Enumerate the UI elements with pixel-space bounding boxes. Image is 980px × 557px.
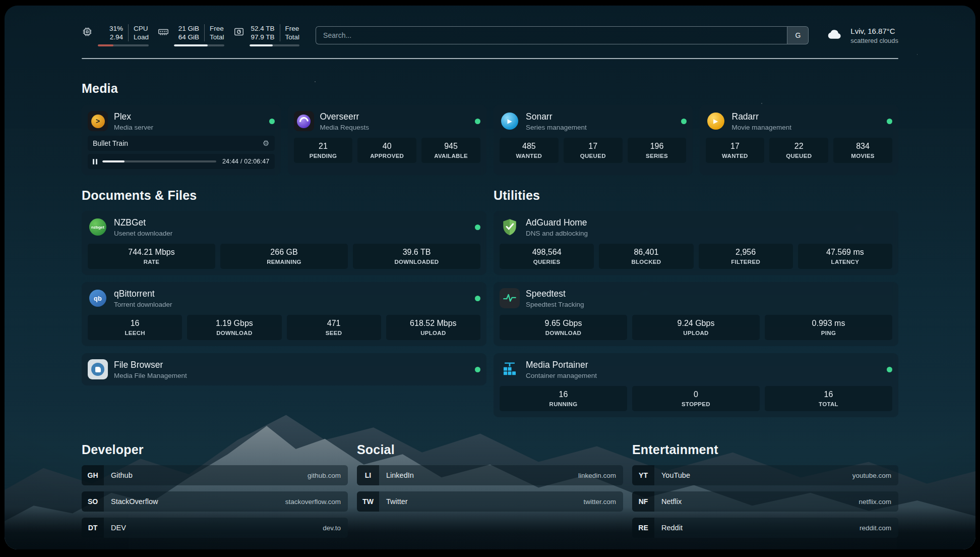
service-name: NZBGet [114, 217, 172, 228]
bookmark-dev[interactable]: DT DEV dev.to [82, 518, 348, 538]
service-card-filebrowser[interactable]: File Browser Media File Management [82, 353, 486, 385]
memory-usage-bar [174, 44, 224, 46]
stat-movies: 834 MOVIES [833, 138, 892, 163]
section-title-documents: Documents & Files [82, 188, 486, 203]
search-input[interactable] [316, 27, 787, 44]
service-card-radarr[interactable]: ▶ Radarr Movie management 17 WANTED [700, 105, 899, 175]
plex-icon: > [88, 111, 108, 131]
disk-free-value: 52.4 TB [251, 24, 275, 33]
disk-icon [233, 26, 244, 39]
stat-filtered: 2,956 FILTERED [699, 244, 793, 269]
service-name: Radarr [732, 112, 792, 122]
now-playing-title: Bullet Train [93, 139, 128, 147]
bookmark-twitter[interactable]: TW Twitter twitter.com [357, 491, 623, 512]
weather-condition: scattered clouds [850, 37, 898, 44]
cpu-usage-bar [98, 44, 149, 46]
bookmark-name: StackOverflow [104, 491, 158, 512]
stat-rate: 744.21 Mbps RATE [88, 244, 215, 269]
system-stats: 31% 2.94 CPU Load [82, 24, 299, 46]
sonarr-icon: ▶ [500, 111, 520, 131]
github-icon: GH [82, 465, 104, 485]
service-card-nzbget[interactable]: nzbget NZBGet Usenet downloader 744.21 M… [82, 211, 486, 275]
stat-download: 9.65 Gbps DOWNLOAD [500, 315, 627, 340]
service-subtitle: Media server [114, 124, 153, 131]
bookmark-url: dev.to [323, 518, 348, 538]
bookmark-url: stackoverflow.com [285, 491, 348, 512]
bookmark-stackoverflow[interactable]: SO StackOverflow stackoverflow.com [82, 491, 348, 512]
dashboard-window: 31% 2.94 CPU Load [5, 6, 975, 549]
stat-series: 196 SERIES [628, 138, 687, 163]
bookmark-url: twitter.com [583, 491, 623, 512]
stat-leech: 16 LEECH [88, 315, 182, 340]
bookmark-linkedin[interactable]: LI LinkedIn linkedin.com [357, 465, 623, 485]
stat-ping: 0.993 ms PING [765, 315, 892, 340]
playback-progress-bar[interactable] [102, 160, 216, 162]
service-name: AdGuard Home [526, 217, 588, 228]
stat-queries: 498,564 QUERIES [500, 244, 594, 269]
plex-now-playing-row: Bullet Train ⚙ [88, 136, 275, 151]
stat-wanted: 17 WANTED [706, 138, 765, 163]
bookmark-name: Twitter [379, 491, 408, 512]
filebrowser-icon [88, 359, 108, 379]
social-section: Social LI LinkedIn linkedin.com TW Twitt… [357, 442, 623, 544]
bookmark-youtube[interactable]: YT YouTube youtube.com [632, 465, 898, 485]
service-name: Sonarr [526, 112, 587, 122]
nzbget-icon: nzbget [88, 217, 108, 237]
service-card-qbittorrent[interactable]: qb qBittorrent Torrent downloader 16 LEE… [82, 282, 486, 346]
section-title-utilities: Utilities [494, 188, 898, 203]
service-subtitle: Media Requests [320, 124, 370, 131]
service-card-plex[interactable]: > Plex Media server Bullet Train ⚙ [82, 105, 281, 175]
netflix-icon: NF [632, 491, 654, 512]
disk-total-label: Total [285, 33, 300, 41]
speedtest-icon [500, 288, 520, 308]
service-card-portainer[interactable]: Media Portainer Container management 16 … [494, 353, 898, 417]
service-name: qBittorrent [114, 289, 172, 299]
section-title-developer: Developer [82, 442, 348, 457]
bookmark-name: DEV [104, 518, 126, 538]
service-card-sonarr[interactable]: ▶ Sonarr Series management 485 WANTED [494, 105, 693, 175]
service-subtitle: DNS and adblocking [526, 230, 588, 237]
service-name: Media Portainer [526, 360, 597, 370]
stat-upload: 618.52 Mbps UPLOAD [386, 315, 480, 340]
bookmark-url: youtube.com [852, 465, 898, 485]
service-card-overseerr[interactable]: Overseerr Media Requests 21 PENDING 40 A… [288, 105, 487, 175]
disk-free-label: Free [285, 24, 300, 33]
service-subtitle: Container management [526, 372, 597, 379]
status-dot-online [887, 367, 892, 372]
pause-icon[interactable] [93, 159, 97, 164]
service-subtitle: Usenet downloader [114, 230, 172, 237]
stat-queued: 17 QUEUED [564, 138, 623, 163]
status-dot-online [475, 367, 480, 372]
linkedin-icon: LI [357, 465, 379, 485]
service-name: File Browser [114, 360, 187, 370]
stat-upload: 9.24 Gbps UPLOAD [632, 315, 760, 340]
stat-pending: 21 PENDING [294, 138, 353, 163]
service-card-adguard[interactable]: AdGuard Home DNS and adblocking 498,564 … [494, 211, 898, 275]
cpu-load-value: 2.94 [110, 33, 123, 41]
stat-stopped: 0 STOPPED [632, 386, 760, 411]
overseerr-icon [294, 111, 314, 131]
stat-running: 16 RUNNING [500, 386, 627, 411]
media-section: Media > Plex Media server [82, 81, 898, 175]
bookmark-github[interactable]: GH Github github.com [82, 465, 348, 485]
section-title-media: Media [82, 81, 898, 96]
cloud-icon [825, 26, 845, 44]
service-subtitle: Media File Management [114, 372, 187, 379]
status-dot-online [681, 119, 687, 124]
section-title-entertainment: Entertainment [632, 442, 898, 457]
radarr-icon: ▶ [706, 111, 726, 131]
search-engine-button[interactable]: G [787, 27, 808, 44]
stat-wanted: 485 WANTED [500, 138, 559, 163]
weather-widget[interactable]: Lviv, 16.87°C scattered clouds [825, 26, 898, 44]
cpu-icon [82, 26, 93, 39]
gear-icon[interactable]: ⚙ [263, 139, 269, 148]
bookmark-reddit[interactable]: RE Reddit reddit.com [632, 518, 898, 538]
memory-total-label: Total [210, 33, 224, 41]
youtube-icon: YT [632, 465, 654, 485]
bookmark-netflix[interactable]: NF Netflix netflix.com [632, 491, 898, 512]
bookmark-url: netflix.com [859, 491, 898, 512]
qbittorrent-icon: qb [88, 288, 108, 308]
service-name: Overseerr [320, 112, 370, 122]
service-card-speedtest[interactable]: Speedtest Speedtest Tracking 9.65 Gbps D… [494, 282, 898, 346]
service-subtitle: Movie management [732, 124, 792, 131]
